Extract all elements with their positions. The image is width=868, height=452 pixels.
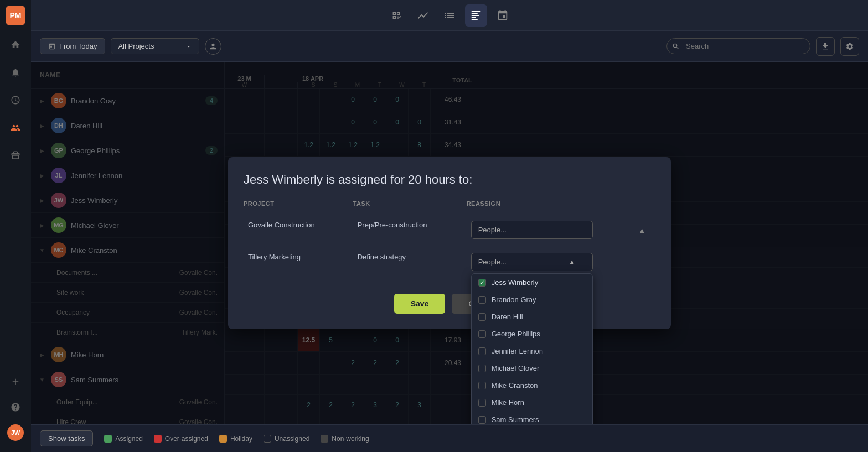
sidebar-icon-time[interactable] bbox=[7, 92, 24, 108]
legend-assigned: Assigned bbox=[104, 435, 142, 443]
toolbar-btn-gantt[interactable] bbox=[465, 4, 487, 27]
modal-task-1: Define strategy bbox=[353, 246, 467, 278]
search-input[interactable] bbox=[666, 38, 810, 54]
legend-dot-non-working bbox=[321, 435, 328, 443]
main-toolbar bbox=[31, 0, 868, 31]
legend-dot-assigned bbox=[104, 435, 112, 443]
search-wrapper bbox=[666, 38, 810, 54]
modal-project-0: Govalle Construction bbox=[244, 214, 353, 246]
sidebar: PM JW bbox=[0, 0, 31, 452]
checkbox-brandon bbox=[478, 296, 486, 304]
checkbox-jennifer bbox=[478, 347, 486, 355]
toolbar-btn-scan[interactable] bbox=[385, 4, 407, 27]
show-tasks-button[interactable]: Show tasks bbox=[40, 430, 93, 446]
sidebar-icon-people[interactable] bbox=[7, 120, 24, 136]
export-button[interactable] bbox=[816, 37, 835, 56]
dropdown-option-sam-summers[interactable]: Sam Summers bbox=[472, 411, 592, 424]
legend-label-over: Over-assigned bbox=[165, 435, 208, 443]
legend-non-working: Non-working bbox=[321, 435, 369, 443]
checkbox-michael bbox=[478, 365, 486, 372]
modal-project-1: Tillery Marketing bbox=[244, 246, 353, 278]
sidebar-icon-add[interactable] bbox=[7, 373, 24, 390]
reassign-modal: Jess Wimberly is assigned for 20 hours t… bbox=[228, 157, 671, 329]
modal-table: PROJECT TASK REASSIGN Govalle Constructi… bbox=[244, 200, 655, 278]
modal-row-1: Tillery Marketing Define strategy People… bbox=[244, 246, 655, 278]
dropdown-option-jennifer-lennon[interactable]: Jennifer Lennon bbox=[472, 342, 592, 360]
dropdown-option-michael-glover[interactable]: Michael Glover bbox=[472, 360, 592, 377]
settings-button[interactable] bbox=[840, 37, 859, 56]
legend-dot-unassigned bbox=[264, 435, 271, 443]
sidebar-icon-alerts[interactable] bbox=[7, 64, 24, 81]
legend-dot-over bbox=[154, 435, 162, 443]
dropdown-option-jess-wimberly[interactable]: ✓ Jess Wimberly bbox=[472, 274, 592, 291]
reassign-select-0[interactable]: People... bbox=[471, 221, 593, 239]
modal-reassign-1: People... ▲ ✓ Jess Wimberly bbox=[467, 246, 655, 278]
legend-label-non-working: Non-working bbox=[332, 435, 369, 443]
checkbox-cranston bbox=[478, 382, 486, 389]
app-logo[interactable]: PM bbox=[6, 6, 25, 25]
modal-reassign-0: People... ▲ bbox=[467, 214, 655, 246]
modal-actions: Save Close bbox=[244, 294, 655, 314]
dropdown-open-wrapper: People... ▲ ✓ Jess Wimberly bbox=[471, 253, 651, 271]
modal-overlay[interactable]: Jess Wimberly is assigned for 20 hours t… bbox=[31, 62, 868, 424]
toolbar-btn-list[interactable] bbox=[438, 4, 461, 27]
people-dropdown-list: ✓ Jess Wimberly Brandon Gray bbox=[471, 273, 593, 424]
checkbox-daren bbox=[478, 313, 486, 321]
checkbox-horn bbox=[478, 399, 486, 407]
legend-holiday: Holiday bbox=[219, 435, 252, 443]
dropdown-option-mike-cranston[interactable]: Mike Cranston bbox=[472, 377, 592, 394]
modal-row-0: Govalle Construction Prep/Pre-constructi… bbox=[244, 214, 655, 246]
all-projects-dropdown[interactable]: All Projects bbox=[111, 38, 199, 54]
modal-task-0: Prep/Pre-construction bbox=[353, 214, 467, 246]
person-filter-icon[interactable] bbox=[205, 38, 221, 55]
checkbox-jess: ✓ bbox=[478, 279, 486, 287]
dropdown-option-daren-hill[interactable]: Daren Hill bbox=[472, 308, 592, 325]
user-avatar[interactable]: JW bbox=[7, 424, 24, 441]
dropdown-option-brandon-gray[interactable]: Brandon Gray bbox=[472, 291, 592, 308]
main-content: From Today All Projects NAME bbox=[31, 0, 868, 452]
toolbar-btn-chart[interactable] bbox=[412, 4, 434, 27]
modal-title: Jess Wimberly is assigned for 20 hours t… bbox=[244, 173, 655, 187]
body-area: NAME ▶ BG Brandon Gray 4 ▶ DH Daren Hill bbox=[31, 62, 868, 424]
dropdown-arrow-icon: ▲ bbox=[569, 258, 576, 266]
select-arrow-0: ▲ bbox=[638, 226, 645, 234]
sub-toolbar: From Today All Projects bbox=[31, 31, 868, 62]
save-button[interactable]: Save bbox=[394, 294, 446, 314]
sidebar-bottom: JW bbox=[7, 373, 24, 446]
reassign-dropdown-trigger[interactable]: People... ▲ bbox=[471, 253, 593, 271]
legend-label-holiday: Holiday bbox=[230, 435, 252, 443]
reassign-select-wrapper-0: People... ▲ bbox=[471, 221, 651, 239]
from-today-label: From Today bbox=[59, 42, 97, 50]
col-header-reassign: REASSIGN bbox=[467, 200, 655, 214]
legend-dot-holiday bbox=[219, 435, 227, 443]
sidebar-icon-briefcase[interactable] bbox=[7, 147, 24, 164]
from-today-button[interactable]: From Today bbox=[40, 38, 105, 54]
legend-label-unassigned: Unassigned bbox=[275, 435, 309, 443]
sidebar-icon-home[interactable] bbox=[7, 37, 24, 53]
toolbar-btn-workflow[interactable] bbox=[492, 4, 514, 27]
checkbox-sam bbox=[478, 416, 486, 424]
legend-over-assigned: Over-assigned bbox=[154, 435, 208, 443]
legend-label-assigned: Assigned bbox=[115, 435, 142, 443]
legend-unassigned: Unassigned bbox=[264, 435, 309, 443]
dropdown-option-george-phillips[interactable]: George Phillips bbox=[472, 325, 592, 342]
sidebar-icon-help[interactable] bbox=[7, 399, 24, 415]
col-header-project: PROJECT bbox=[244, 200, 353, 214]
bottom-bar: Show tasks Assigned Over-assigned Holida… bbox=[31, 424, 868, 452]
all-projects-label: All Projects bbox=[118, 42, 154, 50]
col-header-task: TASK bbox=[353, 200, 467, 214]
dropdown-option-mike-horn[interactable]: Mike Horn bbox=[472, 394, 592, 411]
checkbox-george bbox=[478, 330, 486, 338]
